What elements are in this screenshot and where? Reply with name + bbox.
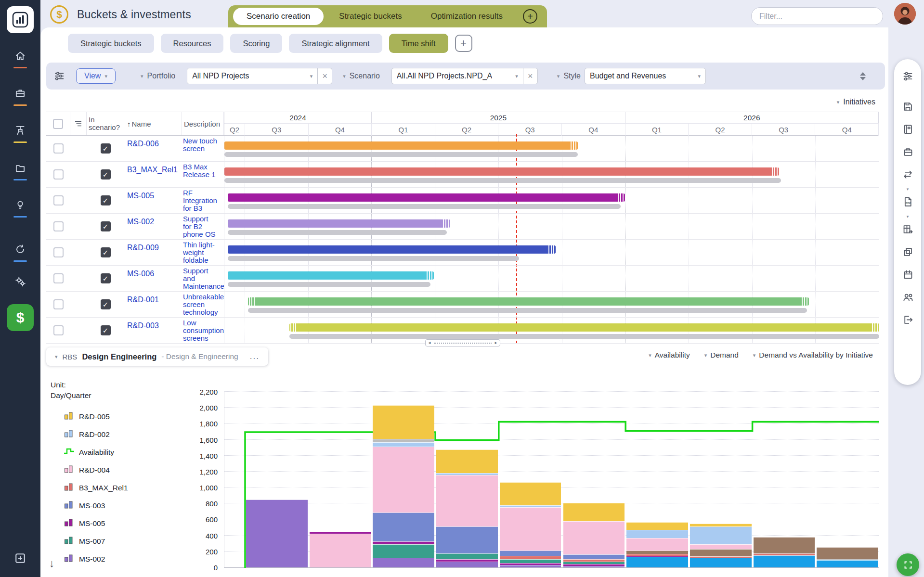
gantt-horizontal-scrollbar[interactable]: ◄ ► (425, 339, 500, 346)
sidebar-item-buckets[interactable]: $ (0, 303, 40, 332)
tab-strategic-buckets[interactable]: Strategic buckets (325, 8, 415, 25)
stacked-bar-2025-Q4[interactable] (563, 503, 625, 567)
portfolio-button[interactable] (894, 141, 921, 164)
sidebar-item-folder[interactable] (0, 156, 40, 185)
app-logo[interactable] (7, 6, 34, 33)
stacked-bar-2026-Q1[interactable] (626, 522, 688, 568)
legend-item-R&D-002[interactable]: R&D-002 (64, 425, 128, 443)
demand-vs-availability-toggle[interactable]: ▾ Demand vs Availability by Initiative (753, 351, 873, 359)
sidebar-item-workbench[interactable] (0, 119, 40, 148)
rbs-more-button[interactable]: ... (250, 352, 260, 361)
group-indent-icon[interactable] (74, 119, 83, 128)
availability-toggle[interactable]: ▾ Availability (649, 351, 690, 359)
scroll-right-icon[interactable]: ► (494, 341, 498, 345)
collapse-caret-icon[interactable]: ▾ (907, 214, 909, 219)
in-scenario-checkbox[interactable]: ✓ (101, 143, 111, 154)
add-section-tab-button[interactable]: + (455, 35, 472, 52)
sidebar-item-progress[interactable] (0, 238, 40, 267)
initiative-name-link[interactable]: MS-005 (127, 192, 181, 200)
scenario-dropdown[interactable]: All.All NPD Projects.NPD_A ▾ (391, 68, 523, 84)
initiative-name-link[interactable]: R&D-001 (127, 295, 181, 304)
stacked-bar-2024-Q3[interactable] (246, 500, 308, 567)
select-all-checkbox[interactable] (53, 119, 63, 129)
stacked-bar-2024-Q4[interactable] (310, 532, 371, 567)
row-select-checkbox[interactable] (53, 325, 64, 335)
clear-scenario-button[interactable]: × (523, 68, 538, 84)
tab-scoring[interactable]: Scoring (230, 34, 282, 53)
notebook-button[interactable] (894, 119, 921, 141)
users-button[interactable] (894, 287, 921, 309)
gantt-bar[interactable] (228, 219, 450, 228)
user-avatar[interactable] (894, 3, 916, 25)
sidebar-item-projects-case[interactable] (0, 82, 40, 111)
gantt-bar[interactable] (228, 245, 556, 254)
style-dropdown[interactable]: Budget and Revenues ▾ (585, 68, 706, 84)
fullscreen-button[interactable] (897, 553, 919, 576)
name-column-header[interactable]: ↑ Name (124, 112, 182, 135)
calendar-button[interactable] (894, 264, 921, 287)
sidebar-add-button[interactable] (0, 545, 40, 572)
legend-item-Availability[interactable]: Availability (64, 443, 128, 461)
gantt-bar[interactable] (248, 297, 809, 306)
row-select-checkbox[interactable] (53, 169, 64, 180)
legend-item-MS-005[interactable]: MS-005 (64, 514, 128, 532)
demand-toggle[interactable]: ▾ Demand (704, 351, 739, 359)
portfolio-dropdown[interactable]: All NPD Projects ▾ (187, 68, 318, 84)
in-scenario-checkbox[interactable]: ✓ (101, 325, 111, 335)
row-select-checkbox[interactable] (53, 221, 64, 231)
stacked-bar-2025-Q3[interactable] (500, 482, 561, 567)
tab-scenario-creation[interactable]: Scenario creation (233, 8, 324, 25)
stacked-bar-2026-Q2[interactable] (690, 524, 752, 567)
initiative-name-link[interactable]: R&D-003 (127, 321, 181, 330)
initiative-name-link[interactable]: MS-006 (127, 269, 181, 278)
pdf-button[interactable]: PDF (894, 192, 921, 214)
row-select-checkbox[interactable] (53, 195, 64, 205)
table-export-button[interactable] (894, 219, 921, 242)
stacked-bar-2025-Q1[interactable] (373, 405, 434, 567)
in-scenario-column-header[interactable]: In scenario? (87, 112, 124, 135)
save-button[interactable] (894, 96, 921, 119)
in-scenario-checkbox[interactable]: ✓ (101, 273, 111, 283)
add-scenario-tab-button[interactable]: + (523, 9, 537, 24)
legend-item-MS-007[interactable]: MS-007 (64, 532, 128, 550)
expand-collapse-control[interactable] (860, 72, 866, 80)
legend-item-B3_MAX_Rel1[interactable]: B3_MAX_Rel1 (64, 479, 128, 497)
gantt-bar[interactable] (224, 141, 578, 150)
legend-item-MS-002[interactable]: MS-002 (64, 550, 128, 568)
rbs-selector[interactable]: ▾ RBS Design Engineering - Design & Engi… (46, 347, 268, 366)
tab-strategic-buckets-sub[interactable]: Strategic buckets (68, 34, 154, 53)
in-scenario-checkbox[interactable]: ✓ (101, 247, 111, 257)
scroll-left-icon[interactable]: ◄ (428, 341, 431, 345)
sidebar-item-settings[interactable] (0, 268, 40, 297)
gantt-bar[interactable] (228, 271, 434, 280)
view-dropdown-button[interactable]: View ▾ (76, 68, 116, 84)
adjust-button[interactable] (894, 66, 921, 89)
scrollbar-track[interactable] (434, 343, 492, 344)
tab-resources[interactable]: Resources (161, 34, 224, 53)
in-scenario-checkbox[interactable]: ✓ (101, 299, 111, 309)
gantt-bar[interactable] (224, 167, 779, 176)
exit-button[interactable] (894, 309, 921, 332)
row-select-checkbox[interactable] (53, 273, 64, 283)
row-select-checkbox[interactable] (53, 299, 64, 309)
stacked-bar-2026-Q4[interactable] (817, 547, 878, 567)
in-scenario-checkbox[interactable]: ✓ (101, 195, 111, 205)
initiative-name-link[interactable]: MS-002 (127, 218, 181, 226)
gantt-bar[interactable] (289, 323, 879, 332)
description-column-header[interactable]: Description (182, 112, 224, 135)
legend-scroll-down-button[interactable]: ↓ (49, 557, 54, 570)
initiative-name-link[interactable]: R&D-009 (127, 244, 181, 252)
in-scenario-checkbox[interactable]: ✓ (101, 221, 111, 231)
initiatives-section-toggle[interactable]: ▾ Initiatives (837, 98, 875, 106)
image-export-button[interactable] (894, 242, 921, 264)
tab-optimization-results[interactable]: Optimization results (417, 8, 516, 25)
tab-strategic-alignment[interactable]: Strategic alignment (289, 34, 382, 53)
initiative-name-link[interactable]: R&D-006 (127, 140, 181, 148)
gantt-bar[interactable] (228, 193, 625, 202)
collapse-caret-icon[interactable]: ▾ (907, 187, 909, 192)
swap-button[interactable] (894, 164, 921, 187)
stacked-bar-2026-Q3[interactable] (754, 537, 815, 567)
view-settings-icon[interactable] (53, 70, 65, 82)
filter-input[interactable] (751, 7, 883, 25)
initiative-name-link[interactable]: B3_MAX_Rel1 (127, 166, 181, 174)
